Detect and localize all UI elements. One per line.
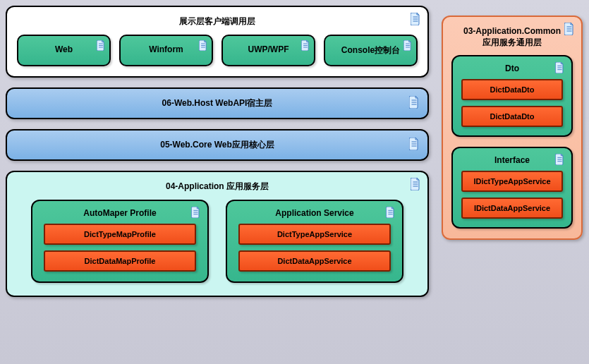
dto-title: Dto	[461, 63, 563, 73]
interface-title: Interface	[461, 155, 563, 165]
left-column: 展示层客户端调用层 Web Winform UWP/WPF Console控制台	[6, 6, 429, 358]
client-label: Winform	[149, 44, 183, 54]
document-icon	[411, 178, 420, 190]
class-dicttypemapprofile: DictTypeMapProfile	[44, 224, 196, 245]
class-dictdatamapprofile: DictDataMapProfile	[44, 250, 196, 272]
dto-group: Dto DictDataDto DictDataDto	[451, 55, 573, 137]
document-icon	[409, 96, 419, 109]
common-groups: Dto DictDataDto DictDataDto Interface ID…	[451, 55, 573, 229]
document-icon	[97, 40, 105, 51]
client-console: Console控制台	[324, 35, 418, 66]
document-icon	[191, 207, 200, 218]
dto-items: DictDataDto DictDataDto	[461, 79, 563, 127]
document-icon	[386, 207, 395, 218]
web-host-layer: 06-Web.Host WebAPI宿主层	[6, 87, 429, 119]
application-inner-row: AutoMaper Profile DictTypeMapProfile Dic…	[17, 200, 418, 283]
presentation-layer: 展示层客户端调用层 Web Winform UWP/WPF Console控制台	[6, 6, 429, 78]
document-icon	[564, 23, 574, 35]
document-icon	[301, 40, 310, 51]
client-label: Console控制台	[341, 45, 400, 55]
web-host-title: 06-Web.Host WebAPI宿主层	[162, 98, 273, 108]
document-icon	[555, 154, 564, 165]
document-icon	[403, 40, 412, 51]
presentation-clients-row: Web Winform UWP/WPF Console控制台	[17, 35, 418, 66]
web-core-layer: 05-Web.Core Web应用核心层	[6, 129, 429, 161]
class-dictdatadto-2: DictDataDto	[461, 106, 563, 127]
application-common-layer: 03-Application.Common 应用服务通用层 Dto DictDa…	[442, 16, 583, 240]
appservice-items: DictTypeAppService DictDataAppService	[238, 224, 391, 272]
application-title: 04-Application 应用服务层	[17, 181, 418, 193]
interface-items: IDictTypeAppService IDictDataAppService	[461, 171, 563, 219]
appservice-title: Application Service	[238, 208, 391, 218]
application-service-group: Application Service DictTypeAppService D…	[226, 200, 403, 283]
client-label: Web	[55, 44, 73, 54]
web-core-title: 05-Web.Core Web应用核心层	[160, 140, 274, 150]
interface-group: Interface IDictTypeAppService IDictDataA…	[451, 147, 573, 229]
document-icon	[411, 13, 420, 25]
client-label: UWP/WPF	[248, 44, 289, 54]
automapper-items: DictTypeMapProfile DictDataMapProfile	[44, 224, 196, 272]
class-dicttypeappservice: DictTypeAppService	[238, 224, 391, 245]
class-dictdatadto-1: DictDataDto	[461, 79, 563, 100]
document-icon	[555, 62, 564, 73]
document-icon	[409, 138, 419, 150]
client-winform: Winform	[119, 35, 213, 66]
class-dictdataappservice: DictDataAppService	[238, 250, 391, 272]
client-web: Web	[17, 35, 111, 66]
common-title: 03-Application.Common 应用服务通用层	[451, 25, 573, 48]
presentation-title: 展示层客户端调用层	[17, 16, 418, 28]
architecture-diagram: 展示层客户端调用层 Web Winform UWP/WPF Console控制台	[6, 6, 583, 358]
right-column: 03-Application.Common 应用服务通用层 Dto DictDa…	[442, 6, 583, 358]
automapper-title: AutoMaper Profile	[44, 208, 196, 218]
application-layer: 04-Application 应用服务层 AutoMaper Profile D…	[6, 171, 429, 297]
interface-idictdataappservice: IDictDataAppService	[461, 198, 563, 219]
interface-idicttypeappservice: IDictTypeAppService	[461, 171, 563, 192]
client-uwp-wpf: UWP/WPF	[221, 35, 315, 66]
automapper-profile-group: AutoMaper Profile DictTypeMapProfile Dic…	[31, 200, 209, 283]
document-icon	[199, 40, 207, 51]
